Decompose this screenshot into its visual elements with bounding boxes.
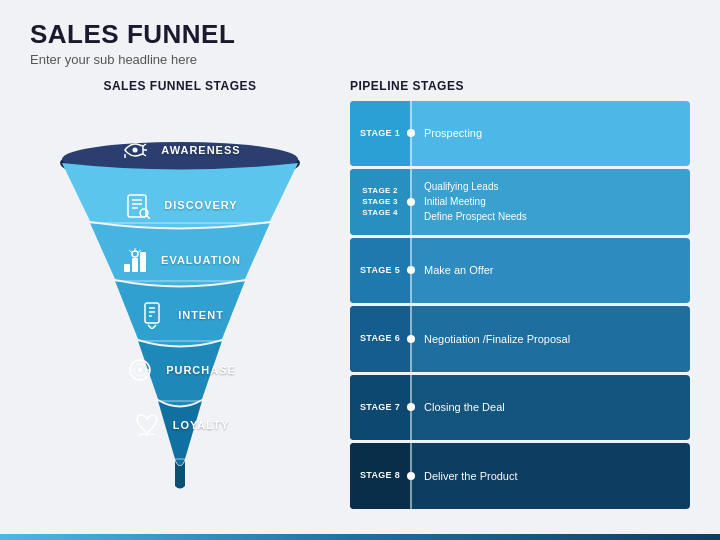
page-title: SALES FUNNEL [30, 20, 690, 49]
funnel-row-intent: INTENT [70, 299, 290, 331]
funnel-row-discovery: DISCOVERY [70, 189, 290, 221]
svg-rect-15 [132, 258, 138, 272]
funnel-labels: AWARENESS [50, 101, 310, 491]
evaluation-icon [119, 244, 151, 276]
discovery-icon [122, 189, 154, 221]
funnel-row-purchase: PURCHASE [70, 354, 290, 386]
stage-5-divider [410, 238, 412, 304]
slide: SALES FUNNEL Enter your sub headline her… [0, 0, 720, 540]
stage-8-content: Deliver the Product [412, 443, 690, 509]
stage-7-divider [410, 375, 412, 441]
stage-6-content: Negotiation /Finalize Proposal [412, 306, 690, 372]
stage-4-text: Define Prospect Needs [424, 210, 678, 224]
svg-line-13 [147, 216, 150, 219]
stage-1-label: STAGE 1 [350, 101, 410, 167]
stage-234-label: STAGE 2STAGE 3STAGE 4 [350, 169, 410, 235]
pipeline-section: PIPELINE STAGES STAGE 1 Prospecting STAG… [350, 79, 690, 509]
stage-8-divider [410, 443, 412, 509]
stage-1-content: Prospecting [412, 101, 690, 167]
stage-row-5: STAGE 5 Make an Offer [350, 238, 690, 304]
stage-5-content: Make an Offer [412, 238, 690, 304]
svg-rect-14 [124, 264, 130, 272]
svg-point-7 [133, 148, 138, 153]
awareness-icon [119, 134, 151, 166]
funnel-section: SALES FUNNEL STAGES [30, 79, 330, 509]
evaluation-label: EVALUATION [161, 254, 241, 266]
svg-point-24 [138, 368, 142, 372]
stage-7-label: STAGE 7 [350, 375, 410, 441]
content-area: SALES FUNNEL STAGES [30, 79, 690, 509]
stage-5-label: STAGE 5 [350, 238, 410, 304]
loyalty-icon [131, 409, 163, 441]
pipeline-stages: STAGE 1 Prospecting STAGE 2STAGE 3STAGE … [350, 101, 690, 509]
stage-1-divider [410, 101, 412, 167]
stage-6-divider [410, 306, 412, 372]
discovery-label: DISCOVERY [164, 199, 237, 211]
svg-point-12 [140, 209, 148, 217]
stage-234-content: Qualifying Leads Initial Meeting Define … [412, 169, 690, 235]
purchase-label: PURCHASE [166, 364, 236, 376]
funnel-row-awareness: AWARENESS [70, 134, 290, 166]
stage-row-1: STAGE 1 Prospecting [350, 101, 690, 167]
stage-row-234: STAGE 2STAGE 3STAGE 4 Qualifying Leads I… [350, 169, 690, 235]
stage-7-content: Closing the Deal [412, 375, 690, 441]
svg-point-17 [132, 251, 138, 257]
stage-row-8: STAGE 8 Deliver the Product [350, 443, 690, 509]
purchase-icon [124, 354, 156, 386]
stage-8-label: STAGE 8 [350, 443, 410, 509]
stage-row-6: STAGE 6 Negotiation /Finalize Proposal [350, 306, 690, 372]
loyalty-label: LOYALTY [173, 419, 230, 431]
page-subtitle: Enter your sub headline here [30, 52, 690, 67]
funnel-container: AWARENESS [50, 101, 310, 491]
pipeline-section-title: PIPELINE STAGES [350, 79, 690, 93]
stage-2-text: Qualifying Leads [424, 180, 678, 194]
svg-rect-16 [140, 252, 146, 272]
intent-icon [136, 299, 168, 331]
svg-rect-18 [145, 303, 159, 323]
bottom-bar [0, 534, 720, 540]
awareness-label: AWARENESS [161, 144, 240, 156]
stage-6-label: STAGE 6 [350, 306, 410, 372]
stage-3-text: Initial Meeting [424, 195, 678, 209]
funnel-row-evaluation: EVALUATION [70, 244, 290, 276]
funnel-section-title: SALES FUNNEL STAGES [103, 79, 256, 93]
funnel-row-loyalty: LOYALTY [70, 409, 290, 441]
stage-row-7: STAGE 7 Closing the Deal [350, 375, 690, 441]
stage-234-divider [410, 169, 412, 235]
svg-rect-8 [128, 195, 146, 217]
intent-label: INTENT [178, 309, 224, 321]
